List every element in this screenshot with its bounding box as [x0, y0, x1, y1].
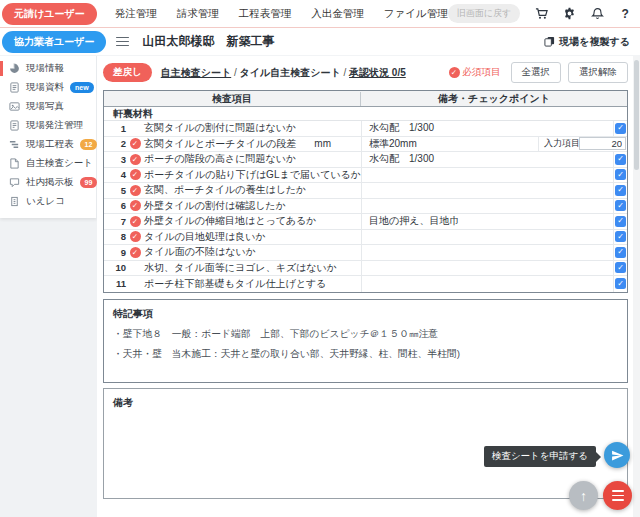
inspection-row: 5✓玄関、ポーチタイルの養生はしたか✓ [104, 183, 627, 199]
item-label: 外壁タイルの割付は確認したか [144, 199, 286, 213]
checkbox-cell[interactable]: ✓ [613, 121, 627, 136]
item-label: ポーチの階段の高さに問題ないか [144, 152, 296, 166]
bell-icon[interactable] [590, 7, 604, 21]
sidebar-item-site-documents[interactable]: 現場資料new [0, 78, 96, 97]
sidebar-item-site-schedule[interactable]: 現場工程表12 [0, 135, 96, 154]
help-icon[interactable]: ? [618, 7, 632, 21]
checkbox-checked[interactable]: ✓ [615, 231, 626, 242]
scroll-to-top-button[interactable]: ↑ [569, 481, 598, 510]
item-label: 玄関タイルの割付に問題はないか [144, 121, 296, 135]
scrollbar-track[interactable] [633, 56, 640, 517]
checkbox-cell[interactable]: ✓ [613, 276, 627, 292]
required-check-icon: ✓ [130, 169, 141, 180]
breadcrumb-segment[interactable]: 承認状況 0/5 [349, 67, 406, 78]
breadcrumb-separator: / [231, 67, 239, 78]
checkbox-cell[interactable]: ✓ [613, 168, 627, 183]
checkbox-checked[interactable]: ✓ [615, 169, 626, 180]
inspection-row: 3✓ポーチの階段の高さに問題ないか水勾配 1/300✓ [104, 152, 627, 168]
column-header-item: 検査項目 [104, 92, 361, 106]
checkbox-checked[interactable]: ✓ [615, 200, 626, 211]
inspection-table: 検査項目 備考・チェックポイント 軒裏材料 1玄関タイルの割付に問題はないか水勾… [103, 90, 628, 293]
breadcrumb-segment[interactable]: 自主検査シート [161, 67, 231, 78]
scrollbar-thumb[interactable] [634, 60, 639, 170]
legacy-view-button[interactable]: 旧画面に戻す [448, 4, 520, 23]
checkbox-cell[interactable]: ✓ [613, 183, 627, 198]
hamburger-menu-icon[interactable] [116, 37, 129, 47]
sidebar-item-site-orders[interactable]: 現場発注管理 [0, 116, 96, 135]
top-menu-item[interactable]: 工程表管理 [239, 7, 292, 21]
checkbox-checked[interactable]: ✓ [615, 123, 626, 134]
deselect-button[interactable]: 選択解除 [568, 62, 628, 83]
sidebar-item-ierec[interactable]: いえレコ [0, 192, 96, 211]
special-notes-box: 特記事項 ・壁下地８ 一般：ボード端部 上部、下部のビスピッチ＠１５０㎜注意・天… [103, 299, 628, 383]
checkbox-checked[interactable]: ✓ [615, 185, 626, 196]
sidebar-item-site-photos[interactable]: 現場写真 [0, 97, 96, 116]
table-header: 検査項目 備考・チェックポイント [104, 91, 627, 107]
sidebar-item-label: 現場情報 [26, 62, 64, 75]
inspection-row: 8✓タイルの目地処理は良いか✓ [104, 230, 627, 246]
sidebar-item-label: いえレコ [26, 195, 65, 208]
cart-icon[interactable] [534, 7, 548, 21]
inspection-item-text: 外壁タイルの伸縮目地はとってあるか [142, 214, 361, 228]
inspection-item-text: 外壁タイルの割付は確認したか [142, 199, 361, 213]
checkbox-cell[interactable]: ✓ [613, 245, 627, 260]
row-number: 1 [104, 123, 128, 134]
checkbox-cell[interactable]: ✓ [613, 261, 627, 276]
item-label: 玄関、ポーチタイルの養生はしたか [144, 183, 306, 197]
remark-text: 標準20mm [361, 137, 538, 152]
remark-text [361, 276, 613, 292]
checkbox-cell[interactable]: ✓ [613, 214, 627, 229]
sidebar-item-site-info[interactable]: 現場情報 [0, 59, 96, 78]
checkbox-checked[interactable]: ✓ [615, 154, 626, 165]
partner-user-badge: 協力業者ユーザー [2, 31, 106, 53]
inspection-item-text: 玄関タイルとポーチタイルの段差mm [142, 137, 361, 151]
required-check-icon: ✓ [130, 200, 141, 211]
sidebar-item-self-inspection[interactable]: 自主検査シート [0, 154, 96, 173]
item-label: 外壁タイルの伸縮目地はとってあるか [144, 214, 317, 228]
primary-user-badge: 元請けユーザー [2, 3, 97, 25]
row-number: 4 [104, 169, 128, 180]
unit-label: mm [314, 138, 331, 149]
gear-icon[interactable] [562, 7, 576, 21]
row-number: 2 [104, 138, 128, 149]
top-menu-item[interactable]: ファイル管理 [384, 7, 448, 21]
sidebar: 現場情報現場資料new現場写真現場発注管理現場工程表12自主検査シート社内掲示板… [0, 56, 97, 218]
checkbox-cell[interactable]: ✓ [613, 152, 627, 167]
checkbox-checked[interactable]: ✓ [615, 216, 626, 227]
document-icon [9, 82, 20, 93]
sidebar-item-badge: 99 [80, 177, 98, 188]
special-note-line: ・天井・壁 当木施工：天井と壁の取り合い部、天井野縁、柱、間柱、半柱間) [113, 348, 618, 361]
select-all-button[interactable]: 全選択 [511, 62, 562, 83]
submit-sheet-button[interactable] [604, 442, 630, 468]
sidebar-item-label: 自主検査シート [26, 157, 93, 170]
breadcrumb-separator: / [341, 67, 349, 78]
input-item-label: 入力項目 [538, 137, 578, 152]
required-legend-label: 必須項目 [463, 66, 501, 79]
checkbox-cell[interactable]: ✓ [613, 230, 627, 245]
top-menu-item[interactable]: 発注管理 [115, 7, 157, 21]
floating-menu-button[interactable] [603, 481, 632, 510]
item-label: タイル面の不陸はないか [144, 245, 256, 259]
row-number: 9 [104, 247, 128, 258]
top-bar-actions: 旧画面に戻す ? [448, 4, 640, 23]
top-menu-item[interactable]: 入出金管理 [311, 7, 364, 21]
app-window: 元請けユーザー 発注管理請求管理工程表管理入出金管理ファイル管理 旧画面に戻す … [0, 0, 640, 517]
item-label: 玄関タイルとポーチタイルの段差 [144, 137, 296, 151]
checkbox-checked[interactable]: ✓ [615, 262, 626, 273]
sidebar-item-internal-board[interactable]: 社内掲示板99 [0, 173, 96, 192]
inspection-item-text: 玄関タイルの割付に問題はないか [142, 121, 361, 135]
required-icon: ✓ [128, 200, 142, 211]
row-number: 7 [104, 216, 128, 227]
numeric-input[interactable] [579, 137, 626, 150]
checkbox-checked[interactable]: ✓ [615, 247, 626, 258]
inspection-item-text: タイル面の不陸はないか [142, 245, 361, 259]
row-number: 11 [104, 278, 128, 289]
remarks-box[interactable]: 備考 [103, 388, 628, 499]
top-menu-item[interactable]: 請求管理 [177, 7, 219, 21]
sidebar-item-badge: 12 [80, 139, 98, 150]
checkbox-cell[interactable]: ✓ [613, 199, 627, 214]
duplicate-site-button[interactable]: 現場を複製する [544, 35, 630, 49]
row-number: 3 [104, 154, 128, 165]
site-title: 山田太郎様邸 新築工事 [142, 33, 274, 50]
checkbox-checked[interactable]: ✓ [615, 278, 626, 289]
